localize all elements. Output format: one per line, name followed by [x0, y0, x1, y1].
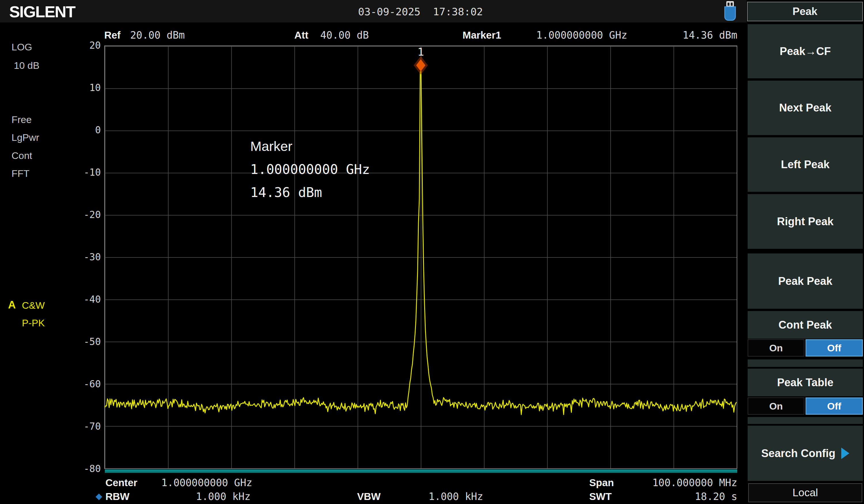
search-config-button[interactable]: Search Config: [748, 426, 863, 481]
trace-a-line: [105, 71, 736, 415]
peak-peak-button[interactable]: Peak Peak: [748, 253, 863, 309]
spectrum-analyzer-screen: SIGLENT 03-09-2025 17:38:02 LOG 10 dB Fr…: [0, 0, 864, 504]
menu-spacer-strip: [748, 359, 863, 367]
spectrum-trace-svg: 1: [105, 46, 737, 468]
sidebar-scale-perdiv: 10 dB: [14, 60, 39, 71]
attenuation-value: 40.00 dB: [320, 29, 369, 41]
sidebar-sweep-mode: Cont: [12, 150, 32, 161]
ref-level-label: Ref: [104, 29, 120, 41]
menu-title: Peak: [747, 2, 863, 21]
top-status-bar: SIGLENT 03-09-2025 17:38:02: [0, 0, 864, 23]
submenu-arrow-icon: [841, 447, 849, 459]
peak-to-cf-button[interactable]: Peak→CF: [748, 24, 863, 78]
swt-label: SWT: [589, 491, 612, 502]
marker-readout-amplitude: 14.36 dBm: [250, 181, 370, 204]
cont-peak-toggle: On Off: [748, 339, 863, 357]
y-axis-tick: 10: [58, 82, 101, 94]
soft-menu-panel: Peak Peak→CF Next Peak Left Peak Right P…: [746, 0, 864, 504]
next-peak-button[interactable]: Next Peak: [748, 81, 863, 135]
span-label: Span: [589, 477, 614, 489]
y-axis-tick: -60: [58, 378, 101, 390]
y-axis-tick: -70: [58, 420, 101, 433]
marker-readout-title: Marker: [250, 135, 370, 158]
sidebar-preamp: LgPwr: [12, 132, 39, 143]
y-axis-tick: -20: [58, 209, 101, 221]
local-button[interactable]: Local: [748, 483, 862, 502]
trace-a-detector: P-PK: [22, 317, 45, 328]
rbw-label: RBW: [105, 491, 130, 502]
y-axis-tick: -10: [58, 167, 101, 179]
y-axis-tick: -80: [58, 463, 101, 475]
menu-spacer-strip: [748, 417, 863, 424]
sidebar-fft-mode: FFT: [12, 168, 29, 179]
datetime-display: 03-09-2025 17:38:02: [331, 6, 510, 17]
search-config-label: Search Config: [761, 447, 836, 460]
usb-device-icon: [724, 1, 736, 21]
swt-value: 18.20 s: [619, 491, 737, 502]
right-peak-button[interactable]: Right Peak: [748, 194, 863, 249]
span-value: 100.000000 MHz: [619, 477, 737, 489]
y-axis-tick: -30: [58, 251, 101, 263]
peak-table-toggle: On Off: [748, 397, 863, 415]
cont-peak-button[interactable]: Cont Peak: [748, 311, 863, 339]
siglent-logo: SIGLENT: [9, 2, 75, 21]
cont-peak-off-option[interactable]: Off: [805, 339, 863, 357]
vbw-value: 1.000 kHz: [429, 491, 483, 502]
marker1-id-label: 1: [418, 46, 424, 58]
marker1-label: Marker1: [463, 29, 501, 41]
y-axis-tick: 20: [58, 39, 101, 51]
rbw-coupling-icon: ◆: [96, 491, 102, 501]
center-freq-value: 1.000000000 GHz: [161, 477, 252, 489]
marker-readout-frequency: 1.000000000 GHz: [250, 158, 370, 181]
ref-level-value: 20.00 dBm: [130, 29, 185, 41]
vbw-label: VBW: [357, 491, 381, 502]
marker1-amplitude: 14.36 dBm: [619, 29, 737, 41]
peak-table-button[interactable]: Peak Table: [748, 369, 863, 396]
y-axis-tick: -40: [58, 293, 101, 305]
rbw-value: 1.000 kHz: [161, 491, 251, 502]
y-axis-tick: -50: [58, 336, 101, 348]
marker1-frequency: 1.000000000 GHz: [536, 29, 627, 41]
peak-table-on-option[interactable]: On: [748, 397, 804, 415]
attenuation-label: Att: [294, 29, 309, 41]
cont-peak-on-option[interactable]: On: [748, 339, 804, 357]
trace-a-mode: C&W: [22, 300, 45, 311]
sweep-progress-bar: [105, 469, 737, 473]
trace-a-letter: A: [8, 299, 16, 311]
sidebar-trigger: Free: [12, 114, 32, 125]
graticule: 1 Marker 1.000000000 GHz 14.36 dBm: [104, 46, 737, 469]
peak-table-off-option[interactable]: Off: [805, 397, 863, 415]
y-axis-tick: 0: [58, 124, 101, 136]
left-peak-button[interactable]: Left Peak: [748, 137, 863, 192]
sidebar-scale-type: LOG: [12, 41, 32, 53]
center-freq-label: Center: [105, 477, 137, 489]
marker-readout: Marker 1.000000000 GHz 14.36 dBm: [250, 135, 370, 204]
